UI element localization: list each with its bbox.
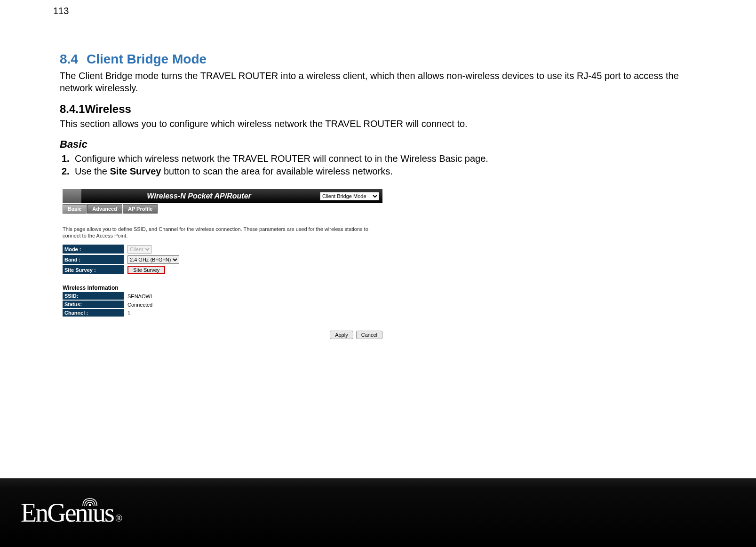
list-item: 1. Configure which wireless network the … [62,152,695,165]
section-title: Client Bridge Mode [87,52,207,66]
section-intro: The Client Bridge mode turns the TRAVEL … [60,70,695,94]
info-row-ssid: SSID: SENAOWL [63,292,382,301]
cancel-button[interactable]: Cancel [356,331,382,339]
mode-select-wrap: Client Bridge Mode [317,189,382,203]
info-row-channel: Channel : 1 [63,309,382,317]
mode-select[interactable]: Client Bridge Mode [320,192,379,200]
list-num: 2. [62,165,75,178]
mode-label: Mode : [63,245,124,254]
mode-dropdown: Client [127,245,151,254]
survey-label: Site Survey : [63,265,124,275]
mode-value-wrap: Client [124,245,151,254]
button-row: Apply Cancel [63,331,382,339]
subsection-heading: 8.4.1Wireless [60,103,695,116]
tab-ap-profile[interactable]: AP Profile [123,204,158,214]
list-text-pre: Use the [75,166,110,176]
page-description: This page allows you to define SSID, and… [63,226,382,239]
status-label: Status: [63,301,124,309]
list-text-post: button to scan the area for available wi… [161,166,392,176]
section-number: 8.4 [60,52,78,66]
basic-heading: Basic [60,138,695,151]
content: 8.4Client Bridge Mode The Client Bridge … [60,52,695,339]
tab-basic[interactable]: Basic [63,204,87,214]
list-num: 1. [62,152,75,165]
tabs: Basic Advanced AP Profile [63,204,382,214]
footer: EnGenı us® [0,478,756,547]
router-header: Wireless-N Pocket AP/Router Client Bridg… [63,189,382,203]
tab-advanced[interactable]: Advanced [87,204,122,214]
band-label: Band : [63,255,124,264]
channel-value: 1 [124,310,130,316]
ssid-value: SENAOWL [124,293,153,299]
router-title: Wireless-N Pocket AP/Router [81,189,317,203]
antenna-icon [82,496,98,506]
channel-label: Channel : [63,309,124,317]
header-gradient [63,189,81,203]
list-text: Use the Site Survey button to scan the a… [75,165,695,178]
registered-mark: ® [115,513,121,524]
ssid-label: SSID: [63,292,124,300]
list-item: 2. Use the Site Survey button to scan th… [62,165,695,178]
survey-value-wrap: Site Survey [124,266,165,274]
band-value-wrap: 2.4 GHz (B+G+N) [124,255,179,264]
logo-text: EnGenı us® [21,498,121,528]
band-dropdown[interactable]: 2.4 GHz (B+G+N) [127,255,179,264]
form-row-mode: Mode : Client [63,244,382,254]
list-text-bold: Site Survey [110,166,161,176]
wireless-info-heading: Wireless Information [63,285,382,291]
apply-button[interactable]: Apply [330,331,353,339]
info-row-status: Status: Connected [63,301,382,309]
engenius-logo: EnGenı us® [21,498,121,528]
status-value: Connected [124,302,152,308]
subsection-intro: This section allows you to configure whi… [60,118,695,130]
section-heading: 8.4Client Bridge Mode [60,52,695,67]
router-ui-screenshot: Wireless-N Pocket AP/Router Client Bridg… [63,189,382,339]
site-survey-button[interactable]: Site Survey [127,266,165,274]
form-row-band: Band : 2.4 GHz (B+G+N) [63,254,382,265]
list-text: Configure which wireless network the TRA… [75,152,695,165]
page-number: 113 [53,6,69,16]
svg-point-0 [88,504,91,506]
form-row-survey: Site Survey : Site Survey [63,265,382,275]
ordered-list: 1. Configure which wireless network the … [62,152,695,178]
